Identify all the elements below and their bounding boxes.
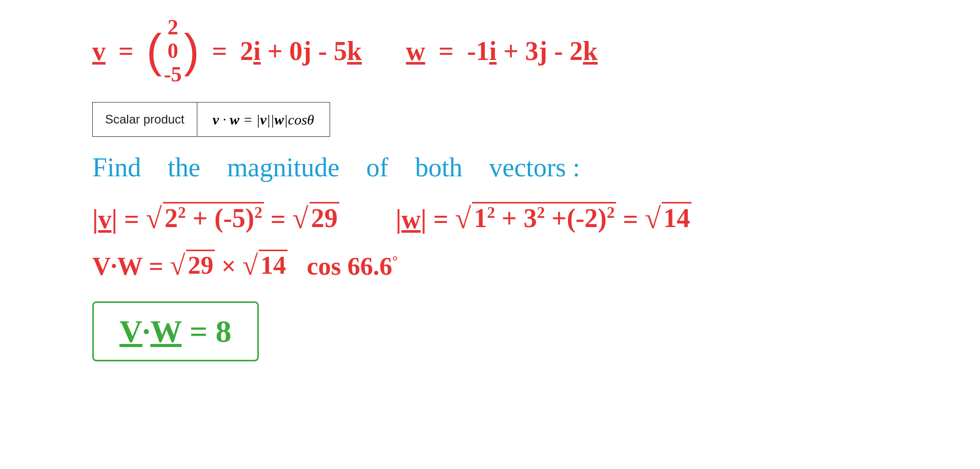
vector-v-definition: v = ( 2 0 -5 ) = 2i + 0j - 5k [92, 15, 362, 87]
scalar-product-formula: v · w = |v||w|cosθ [197, 102, 330, 136]
sqrt-14: √ 14 [645, 202, 691, 233]
vector-definitions-row: v = ( 2 0 -5 ) = 2i + 0j - 5k w = [92, 15, 888, 87]
sqrt-29-b: √ 29 [170, 250, 215, 279]
sqrt-content-w: 12 + 32 +(-2)2 [472, 202, 616, 233]
sqrt-symbol-29: √ [292, 203, 308, 233]
w-ijk-expr: -1i + 3j - 2k [467, 36, 598, 66]
page-content: v = ( 2 0 -5 ) = 2i + 0j - 5k w = [0, 0, 980, 377]
w-label: w [406, 36, 425, 66]
sqrt-29: √ 29 [292, 202, 339, 233]
dot-product-calculation: V·W = √ 29 × √ 14 cos 66.6° [92, 250, 888, 281]
w-abs-label: w [401, 205, 421, 234]
sqrt-content-v: 22 + (-5)2 [163, 202, 264, 233]
sqrt-sym-14b: √ [242, 251, 258, 279]
sqrt-sym-29b: √ [170, 251, 185, 279]
v-abs-label: v [98, 205, 111, 234]
sqrt-symbol-14: √ [645, 203, 661, 233]
left-paren: ( [147, 28, 162, 74]
equals-sign-2: = [206, 36, 234, 66]
find-text: Find the magnitude of both vectors : [92, 153, 580, 182]
magnitude-v: |v| = √ 22 + (-5)2 = √ 29 [92, 202, 339, 234]
mag-v-eq: = [124, 205, 146, 234]
sqrt-14-b: √ 14 [242, 250, 288, 279]
vw-dot-label: V·W = [92, 252, 170, 280]
column-matrix: ( 2 0 -5 ) [147, 15, 199, 87]
result-w-label: W [150, 314, 181, 349]
cos-expr: cos 66.6° [294, 252, 398, 280]
sqrt-con-29b: 29 [186, 250, 215, 279]
formula-text: v · w = |v||w|cosθ [213, 112, 314, 128]
sqrt-symbol-w: √ [455, 203, 471, 233]
result-v-label: V [119, 314, 142, 349]
sqrt-content-14: 14 [662, 202, 691, 233]
matrix-val-2: 0 [168, 39, 178, 63]
vector-w-definition: w = -1i + 3j - 2k [393, 36, 598, 66]
sqrt-w-expr: √ 12 + 32 +(-2)2 [455, 202, 616, 233]
scalar-product-label: Scalar product [93, 102, 197, 136]
v-ijk-expr: 2i + 0j - 5k [240, 36, 362, 66]
matrix-val-1: 2 [168, 15, 178, 39]
scalar-product-table: Scalar product v · w = |v||w|cosθ [92, 102, 330, 137]
result-expression: V·W = 8 [119, 313, 232, 350]
times-sign: × [221, 252, 242, 280]
magnitude-calculations: |v| = √ 22 + (-5)2 = √ 29 |w| = √ 12 + 3… [92, 202, 888, 234]
matrix-val-3: -5 [164, 63, 182, 86]
w-equals: = [432, 36, 460, 66]
equals-sign-1: = [112, 36, 140, 66]
table-row: Scalar product v · w = |v||w|cosθ [93, 102, 330, 136]
sqrt-v-expr: √ 22 + (-5)2 [146, 202, 264, 233]
result-box: V·W = 8 [92, 301, 259, 361]
sqrt-content-29: 29 [310, 202, 339, 233]
magnitude-w: |w| = √ 12 + 32 +(-2)2 = √ 14 [396, 202, 692, 234]
mag-v-eq2: = [271, 205, 293, 234]
mag-w-eq2: = [623, 205, 645, 234]
matrix-values: 2 0 -5 [162, 15, 184, 87]
find-magnitude-line: Find the magnitude of both vectors : [92, 152, 888, 182]
v-label: v [92, 36, 106, 66]
right-paren: ) [184, 28, 199, 74]
sqrt-con-14b: 14 [259, 250, 288, 279]
sqrt-symbol-v: √ [146, 203, 162, 233]
mag-w-eq: = [433, 205, 455, 234]
